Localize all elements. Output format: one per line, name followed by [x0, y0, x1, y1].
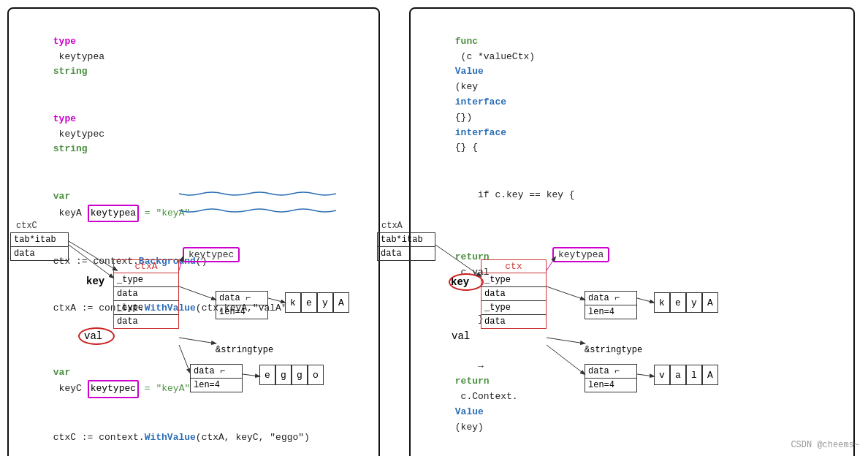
val-label-right: val — [452, 330, 470, 342]
code-text: interface — [455, 96, 506, 107]
ctxC-data-row: data — [11, 247, 68, 260]
letter-k-r: k — [654, 292, 670, 313]
code-text: } — [455, 314, 484, 324]
data-field-2: data ⌐ — [191, 365, 242, 379]
code-text: → — [455, 361, 484, 372]
right-code-line-5: → return c.Context. Value (key) — [421, 344, 843, 451]
type-kw-1: type — [53, 36, 76, 47]
key-oval-right — [449, 273, 484, 291]
keytypec-highlighted: keytypec — [88, 380, 139, 398]
keytypec-label: keytypec — [183, 247, 240, 262]
ctxA-val-data: data — [114, 315, 178, 328]
code-text: = "keyA" — [139, 383, 190, 394]
keyA-letters-left: k e y A — [285, 292, 349, 313]
letter-l: l — [686, 365, 702, 385]
code-text: if c.key == key { — [455, 189, 575, 200]
code-text: interface — [455, 127, 506, 138]
code-text: Value — [455, 66, 484, 77]
len-field-2: len=4 — [191, 379, 242, 392]
ctxA-mem-box: ctxA _type data _type data — [113, 259, 179, 329]
ctxA-stack-box-right: tab*itab data — [377, 232, 435, 261]
right-code-line-6: } — [421, 452, 843, 456]
var-kw: var — [53, 191, 70, 202]
letter-A2: A — [702, 365, 718, 385]
code-text: keyA — [53, 208, 88, 218]
code-text: keyC — [53, 383, 88, 394]
key-label-left: key — [86, 276, 104, 287]
ctxA-label: ctxA — [114, 260, 178, 273]
var-kw: var — [53, 367, 70, 378]
code-text: string — [53, 143, 88, 154]
ctxA-right-label: ctxA — [381, 221, 403, 231]
letter-g2: g — [292, 365, 308, 385]
code-text: keytypec — [53, 129, 110, 140]
code-text — [455, 236, 500, 247]
val-oval-left — [78, 327, 115, 345]
keytypea-box: keytypea — [552, 247, 609, 262]
eggo-letters: e g g o — [259, 365, 324, 385]
code-text: (ctxA, keyC, "eggo") — [196, 432, 310, 443]
code-text: {}) — [455, 112, 478, 123]
watermark: CSDN @cheems~ — [791, 440, 859, 450]
data-field-1: data ⌐ — [216, 292, 267, 305]
code-text: keytypea — [53, 51, 110, 62]
main-container: type keytypea string type keytypec strin… — [0, 0, 868, 456]
letter-e: e — [301, 292, 317, 313]
letter-e-r: e — [670, 292, 686, 313]
letter-a: a — [670, 365, 686, 385]
ctxC-tab-row: tab*itab — [11, 233, 68, 247]
ctxA-key-type: _type — [114, 273, 178, 287]
letter-y-r: y — [686, 292, 702, 313]
left-data-len2-box: data ⌐ len=4 — [190, 364, 243, 392]
len-field-1: len=4 — [216, 305, 267, 319]
code-text: (key — [455, 81, 484, 92]
len-field-r2: len=4 — [585, 379, 636, 392]
code-text: Value — [455, 406, 484, 417]
code-line-7: ctxC := context.WithValue(ctxA, keyC, "e… — [19, 415, 368, 456]
right-code-line-2: if c.key == key { — [421, 172, 843, 218]
ctx-label: ctx — [481, 260, 546, 273]
ctxC-stack-box: tab*itab data — [10, 232, 69, 261]
letter-y: y — [317, 292, 333, 313]
code-line-3: var keyA keytypea = "keyA" — [19, 174, 368, 238]
letter-g1: g — [275, 365, 292, 385]
len-field-r1: len=4 — [585, 305, 636, 319]
ctxC-label: ctxC — [16, 221, 37, 231]
right-data-len2-box: data ⌐ len=4 — [585, 364, 637, 392]
letter-A: A — [333, 292, 349, 313]
func-kw: func — [455, 36, 478, 47]
code-line-blank1 — [19, 333, 368, 349]
keytypea-highlighted: keytypea — [88, 205, 139, 223]
code-text: = "keyA" — [139, 208, 190, 218]
code-text: (key) — [455, 422, 484, 433]
stringtype-left: &stringtype — [216, 345, 273, 355]
ctx-val-data: data — [481, 315, 546, 328]
keytypea-label: keytypea — [552, 247, 609, 262]
code-text: (c *valueCtx) — [455, 51, 541, 62]
code-text: WithValue — [145, 432, 196, 443]
ctx-mem-box: ctx _type data _type data — [481, 259, 547, 329]
right-data-len1-box: data ⌐ len=4 — [585, 291, 637, 319]
data-field-r2: data ⌐ — [585, 365, 636, 379]
ctx-key-data: data — [481, 287, 546, 301]
ctxA-tab-row-right: tab*itab — [378, 233, 435, 247]
code-line-1: type keytypea string — [19, 19, 368, 95]
ctxA-key-data: data — [114, 287, 178, 301]
type-kw-2: type — [53, 113, 76, 124]
left-data-len1-box: data ⌐ len=4 — [216, 291, 268, 319]
ctxA-data-row-right: data — [378, 247, 435, 260]
ctx-val-type: _type — [481, 301, 546, 315]
code-line-2: type keytypec string — [19, 96, 368, 172]
keytypec-box: keytypec — [183, 247, 240, 262]
letter-k: k — [285, 292, 301, 313]
valA-letters-right: v a l A — [654, 365, 718, 385]
return-kw: return — [455, 376, 490, 387]
code-text: string — [53, 66, 88, 77]
code-text: ctxC := context. — [53, 432, 145, 443]
data-field-r1: data ⌐ — [585, 292, 636, 305]
code-text: {} { — [455, 142, 478, 153]
code-text: c.Context. — [455, 391, 518, 402]
ctx-key-type: _type — [481, 273, 546, 287]
letter-o: o — [308, 365, 324, 385]
right-code-line-1: func (c *valueCtx) Value (key interface … — [421, 19, 843, 171]
